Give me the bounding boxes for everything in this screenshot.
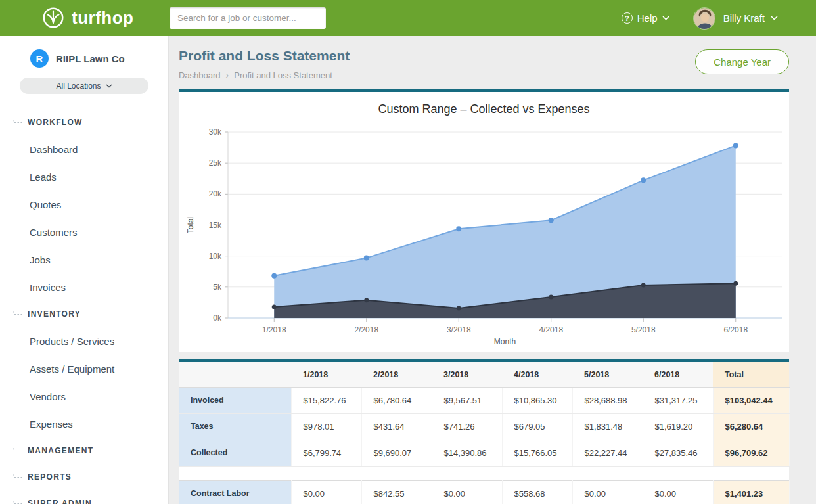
branch-icon xyxy=(13,474,22,480)
table-cell: $0.00 xyxy=(643,480,713,504)
user-menu[interactable]: Billy Kraft xyxy=(723,12,778,24)
table-cell: $27,835.46 xyxy=(643,440,713,466)
svg-text:1/2018: 1/2018 xyxy=(262,325,286,334)
branch-icon xyxy=(13,448,22,454)
table-cell: $0.00 xyxy=(572,480,643,504)
section-label: INVENTORY xyxy=(28,309,81,319)
collected-vs-expenses-chart: 0k5k10k15k20k25k30k1/20182/20183/20184/2… xyxy=(179,120,789,346)
section-label: SUPER ADMIN xyxy=(28,499,92,504)
sidebar-item-vendors[interactable]: Vendors xyxy=(0,382,168,410)
table-cell: $431.64 xyxy=(361,413,432,440)
location-filter[interactable]: All Locations xyxy=(20,78,148,94)
branch-icon xyxy=(13,501,22,504)
sidebar-item-jobs[interactable]: Jobs xyxy=(0,246,168,273)
table-row-contract-labor: Contract Labor$0.00$842.55$0.00$558.68$0… xyxy=(179,480,789,504)
breadcrumb: Dashboard › Profit and Loss Statement xyxy=(179,70,789,80)
column-header-4-2018: 4/2018 xyxy=(502,362,572,387)
svg-text:2/2018: 2/2018 xyxy=(354,325,378,334)
chevron-right-icon: › xyxy=(226,70,229,80)
company-name: RIIPL Lawn Co xyxy=(56,53,125,64)
table-row-taxes: Taxes$978.01$431.64$741.26$679.05$1,831.… xyxy=(179,413,789,440)
table-cell: $10,865.30 xyxy=(502,387,572,413)
brand-name: turfhop xyxy=(72,8,133,28)
search-input[interactable] xyxy=(170,7,326,29)
svg-text:30k: 30k xyxy=(209,127,222,137)
table-cell: $15,766.05 xyxy=(502,440,572,466)
column-header-3-2018: 3/2018 xyxy=(432,362,502,387)
row-total: $1,401.23 xyxy=(713,480,789,504)
table-cell: $31,317.25 xyxy=(643,387,713,413)
svg-text:0k: 0k xyxy=(213,313,222,323)
company-header: R RIIPL Lawn Co xyxy=(0,36,168,76)
table-cell: $978.01 xyxy=(291,413,361,440)
row-label: Contract Labor xyxy=(179,480,291,504)
table-row-invoiced: Invoiced$15,822.76$6,780.64$9,567.51$10,… xyxy=(179,387,789,413)
row-label: Collected xyxy=(179,440,291,466)
table-header-row: 1/20182/20183/20184/20185/20186/2018Tota… xyxy=(179,362,789,387)
chart-card: Custom Range – Collected vs Expenses 0k5… xyxy=(179,89,789,352)
table-cell: $0.00 xyxy=(432,480,502,504)
row-total: $6,280.64 xyxy=(713,413,789,440)
turfhop-logo-icon xyxy=(41,5,66,32)
sidebar-section-inventory[interactable]: INVENTORY xyxy=(0,301,168,327)
pl-table-card: 1/20182/20183/20184/20185/20186/2018Tota… xyxy=(179,359,789,504)
table-cell: $0.00 xyxy=(291,480,361,504)
table-row-collected: Collected$6,799.74$9,690.07$14,390.86$15… xyxy=(179,440,789,466)
sidebar-item-customers[interactable]: Customers xyxy=(0,218,168,246)
sidebar-item-assets-equipment[interactable]: Assets / Equipment xyxy=(0,355,168,382)
breadcrumb-dashboard[interactable]: Dashboard xyxy=(179,70,221,80)
table-cell: $14,390.86 xyxy=(432,440,502,466)
sidebar-item-expenses[interactable]: Expenses xyxy=(0,410,168,438)
help-menu[interactable]: ? Help xyxy=(622,12,669,24)
help-label: Help xyxy=(637,12,658,24)
column-header-1-2018: 1/2018 xyxy=(291,362,361,387)
chevron-down-icon xyxy=(106,84,112,88)
avatar[interactable] xyxy=(693,7,715,30)
section-label: REPORTS xyxy=(28,472,72,482)
branch-icon xyxy=(13,120,22,126)
topbar-right: ? Help Billy Kraft xyxy=(622,0,778,36)
company-badge: R xyxy=(30,49,49,68)
location-filter-label: All Locations xyxy=(56,81,101,91)
svg-text:3/2018: 3/2018 xyxy=(447,325,471,334)
sidebar-section-super-admin[interactable]: SUPER ADMIN xyxy=(0,490,168,504)
sidebar-item-dashboard[interactable]: Dashboard xyxy=(0,135,168,163)
table-cell: $741.26 xyxy=(432,413,502,440)
sidebar-section-reports[interactable]: REPORTS xyxy=(0,464,168,490)
row-total: $96,709.62 xyxy=(713,440,789,466)
topbar: turfhop ? Help Billy Kraft xyxy=(0,0,816,36)
chart-title: Custom Range – Collected vs Expenses xyxy=(179,92,789,120)
sidebar: R RIIPL Lawn Co All Locations WORKFLOWDa… xyxy=(0,36,169,504)
table-cell: $842.55 xyxy=(361,480,432,504)
row-label: Taxes xyxy=(179,413,291,440)
table-cell: $558.68 xyxy=(502,480,572,504)
chevron-down-icon xyxy=(771,16,778,20)
sidebar-item-invoices[interactable]: Invoices xyxy=(0,273,168,301)
table-cell: $6,799.74 xyxy=(291,440,361,466)
sidebar-item-products-services[interactable]: Products / Services xyxy=(0,327,168,355)
table-cell: $1,619.20 xyxy=(643,413,713,440)
branch-icon xyxy=(13,311,22,317)
sidebar-section-management[interactable]: MANAGEMENT xyxy=(0,438,168,464)
table-cell: $1,831.48 xyxy=(572,413,643,440)
brand-logo[interactable]: turfhop xyxy=(41,5,133,32)
sidebar-item-leads[interactable]: Leads xyxy=(0,163,168,191)
table-cell: $22,227.44 xyxy=(572,440,643,466)
user-name: Billy Kraft xyxy=(723,12,765,24)
svg-text:15k: 15k xyxy=(209,221,222,230)
svg-text:6/2018: 6/2018 xyxy=(723,325,748,334)
row-total: $103,042.44 xyxy=(713,387,789,413)
table-cell: $28,688.98 xyxy=(572,387,643,413)
column-header-5-2018: 5/2018 xyxy=(572,362,643,387)
main-content: Profit and Loss Statement Dashboard › Pr… xyxy=(169,36,816,504)
section-label: MANAGEMENT xyxy=(28,446,93,455)
spacer-row xyxy=(179,466,789,480)
change-year-button[interactable]: Change Year xyxy=(695,49,789,74)
sidebar-section-workflow[interactable]: WORKFLOW xyxy=(0,109,168,135)
column-header-2-2018: 2/2018 xyxy=(361,362,432,387)
column-header-total: Total xyxy=(713,362,789,387)
svg-text:10k: 10k xyxy=(209,252,222,261)
table-cell: $9,567.51 xyxy=(432,387,502,413)
svg-text:25k: 25k xyxy=(209,158,222,168)
sidebar-item-quotes[interactable]: Quotes xyxy=(0,191,168,218)
